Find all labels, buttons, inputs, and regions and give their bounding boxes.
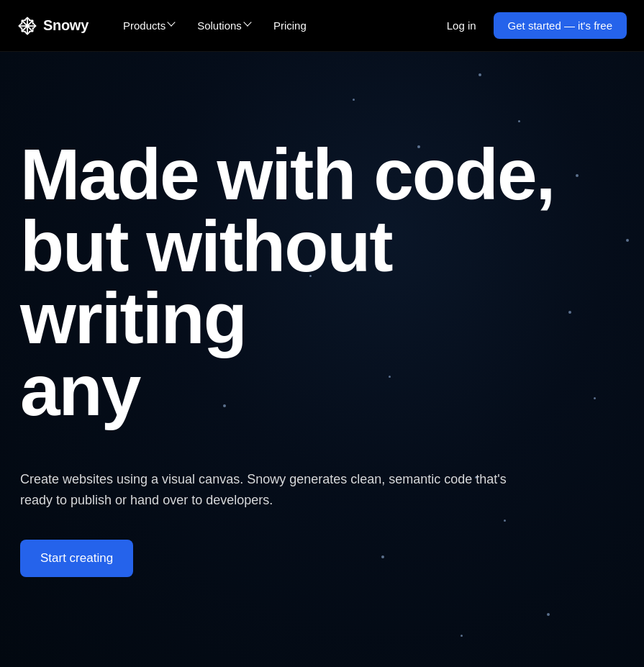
logo[interactable]: Snowy bbox=[17, 16, 89, 36]
start-creating-button[interactable]: Start creating bbox=[20, 540, 133, 577]
hero-description: Create websites using a visual canvas. S… bbox=[20, 469, 524, 511]
get-started-button[interactable]: Get started — it's free bbox=[494, 12, 627, 39]
nav-link-products[interactable]: Products bbox=[114, 14, 186, 37]
login-button[interactable]: Log in bbox=[435, 14, 488, 37]
chevron-down-icon bbox=[168, 22, 177, 30]
particle-dot bbox=[461, 635, 463, 637]
logo-text: Snowy bbox=[43, 17, 89, 34]
hero-content: Made with code, but without writing any … bbox=[0, 52, 644, 577]
nav-right: Log in Get started — it's free bbox=[435, 12, 627, 39]
hero-section: Made with code, but without writing any … bbox=[0, 52, 644, 667]
nav-link-pricing[interactable]: Pricing bbox=[265, 14, 315, 37]
chevron-down-icon bbox=[245, 22, 253, 30]
particle-dot bbox=[547, 613, 550, 616]
navbar: Snowy Products Solutions Pricing Log in … bbox=[0, 0, 644, 52]
nav-links: Products Solutions Pricing bbox=[114, 14, 315, 37]
hero-headline: Made with code, but without writing any bbox=[20, 138, 624, 426]
snowflake-icon bbox=[17, 16, 37, 36]
nav-left: Snowy Products Solutions Pricing bbox=[17, 14, 315, 37]
nav-link-solutions[interactable]: Solutions bbox=[189, 14, 262, 37]
